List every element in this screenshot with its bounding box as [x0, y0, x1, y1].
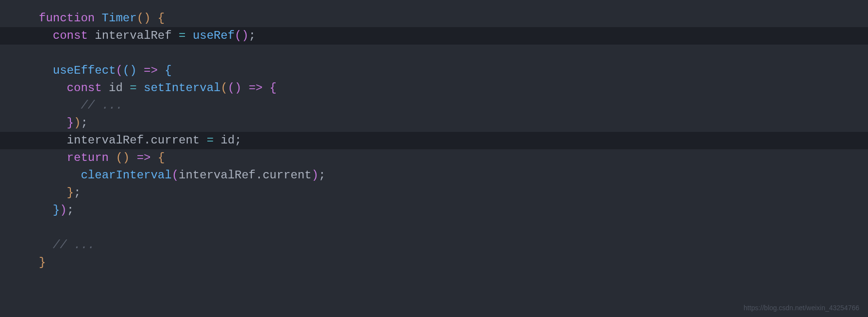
comment: // ...: [53, 237, 95, 254]
variable: intervalRef: [95, 27, 171, 45]
keyword: function: [39, 10, 95, 27]
brace: {: [269, 79, 276, 97]
variable: intervalRef: [67, 132, 144, 149]
variable: intervalRef: [179, 167, 255, 184]
function-call: setInterval: [144, 79, 220, 97]
paren: ): [60, 202, 67, 219]
paren: (): [116, 149, 130, 167]
code-line: // ...: [0, 97, 868, 114]
brace: {: [158, 149, 165, 167]
semicolon: ;: [81, 114, 87, 132]
arrow: =>: [144, 62, 158, 79]
code-line: clearInterval(intervalRef.current);: [0, 167, 868, 184]
watermark-text: https://blog.csdn.net/weixin_43254766: [744, 303, 859, 313]
property: current: [150, 132, 200, 149]
paren: (): [228, 79, 242, 97]
operator: =: [179, 27, 185, 45]
code-line: // ...: [0, 237, 868, 254]
function-call: useRef: [193, 27, 234, 45]
code-line-highlighted: intervalRef.current = id;: [0, 132, 868, 149]
semicolon: ;: [234, 132, 241, 149]
paren: (: [172, 167, 179, 184]
semicolon: ;: [74, 184, 81, 202]
brace: }: [67, 114, 74, 132]
arrow: =>: [137, 149, 151, 167]
code-block: function Timer() { const intervalRef = u…: [0, 0, 868, 281]
code-line: const id = setInterval(() => {: [0, 79, 868, 97]
function-call: clearInterval: [81, 167, 171, 184]
code-line-blank: [0, 45, 868, 62]
function-name: Timer: [95, 10, 136, 27]
paren: (): [234, 27, 249, 45]
paren: (): [123, 62, 137, 79]
variable: id: [221, 132, 235, 149]
code-line: };: [0, 184, 868, 202]
keyword: const: [67, 79, 102, 97]
code-line: function Timer() {: [0, 10, 868, 27]
brace: {: [158, 10, 165, 27]
dot: .: [144, 132, 150, 149]
keyword: const: [53, 27, 88, 45]
paren: ): [74, 114, 81, 132]
property: current: [263, 167, 312, 184]
variable: id: [109, 79, 123, 97]
code-line-highlighted: const intervalRef = useRef();: [0, 27, 868, 45]
comment: // ...: [81, 97, 122, 114]
semicolon: ;: [249, 27, 255, 45]
dot: .: [256, 167, 263, 184]
operator: =: [130, 79, 136, 97]
semicolon: ;: [67, 202, 74, 219]
code-line: useEffect(() => {: [0, 62, 868, 79]
code-line: }: [0, 254, 868, 271]
paren: (: [221, 79, 228, 97]
paren: (: [116, 62, 122, 79]
brace: }: [53, 202, 60, 219]
brace: }: [39, 254, 46, 271]
brace: {: [165, 62, 171, 79]
paren: ): [312, 167, 318, 184]
semicolon: ;: [318, 167, 325, 184]
code-line: });: [0, 114, 868, 132]
paren: (): [137, 10, 151, 27]
operator: =: [207, 132, 214, 149]
code-line: });: [0, 202, 868, 219]
arrow: =>: [249, 79, 263, 97]
code-line-blank: [0, 219, 868, 237]
function-call: useEffect: [53, 62, 116, 79]
brace: }: [67, 184, 74, 202]
code-line: return () => {: [0, 149, 868, 167]
keyword: return: [67, 149, 109, 167]
